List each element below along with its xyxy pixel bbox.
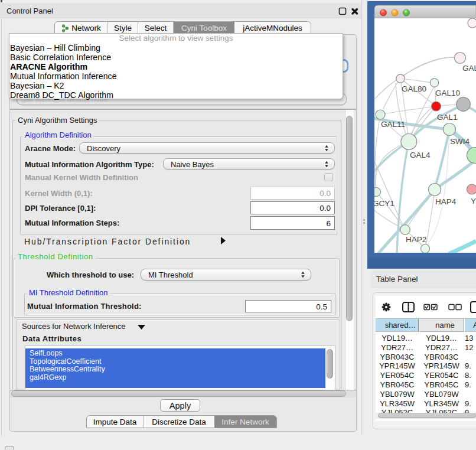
svg-text:HAP2: HAP2 (406, 235, 426, 244)
svg-text:GAL4: GAL4 (410, 151, 431, 159)
svg-text:GCY1: GCY1 (373, 199, 395, 208)
svg-text:GAL10: GAL10 (435, 89, 460, 97)
svg-text:YB: YB (471, 197, 476, 206)
svg-text:SWI4: SWI4 (450, 137, 470, 146)
svg-text:GAL1: GAL1 (437, 113, 458, 122)
svg-text:HAP4: HAP4 (435, 197, 457, 206)
svg-text:GAL2: GAL2 (462, 64, 476, 73)
svg-text:GAL80: GAL80 (402, 84, 426, 93)
svg-text:GAL11: GAL11 (381, 120, 405, 129)
